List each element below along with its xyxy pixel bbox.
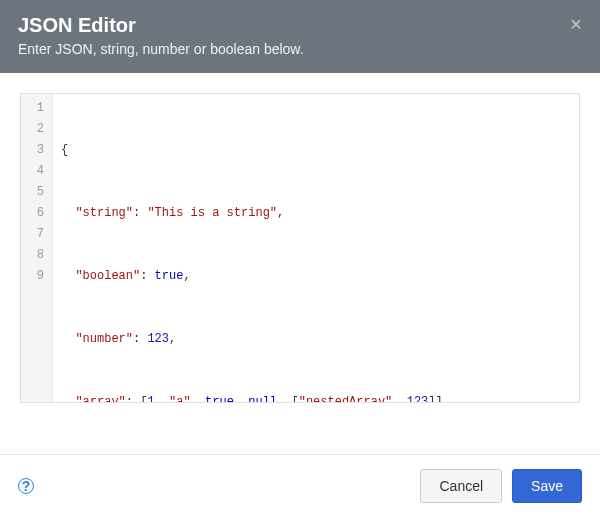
json-editor[interactable]: 1 2 3 4 5 6 7 8 9 { "string": "This is a… — [20, 93, 580, 403]
code-line: "string": "This is a string", — [61, 203, 571, 224]
line-number: 5 — [33, 182, 44, 203]
line-number: 4 — [33, 161, 44, 182]
line-number: 6 — [33, 203, 44, 224]
code-line: "boolean": true, — [61, 266, 571, 287]
line-number: 9 — [33, 266, 44, 287]
code-line: "array": [1, "a", true, null, ["nestedAr… — [61, 392, 571, 402]
dialog-title: JSON Editor — [18, 14, 582, 37]
dialog-body: 1 2 3 4 5 6 7 8 9 { "string": "This is a… — [0, 73, 600, 454]
line-number: 2 — [33, 119, 44, 140]
line-number: 3 — [33, 140, 44, 161]
code-line: { — [61, 140, 571, 161]
line-number-gutter: 1 2 3 4 5 6 7 8 9 — [21, 94, 53, 402]
help-icon[interactable]: ? — [18, 478, 34, 494]
save-button[interactable]: Save — [512, 469, 582, 503]
line-number: 7 — [33, 224, 44, 245]
line-number: 8 — [33, 245, 44, 266]
code-area[interactable]: { "string": "This is a string", "boolean… — [53, 94, 579, 402]
dialog-header: JSON Editor Enter JSON, string, number o… — [0, 0, 600, 73]
cancel-button[interactable]: Cancel — [420, 469, 502, 503]
dialog-footer: ? Cancel Save — [0, 454, 600, 517]
code-line: "number": 123, — [61, 329, 571, 350]
dialog-subtitle: Enter JSON, string, number or boolean be… — [18, 41, 582, 57]
close-button[interactable]: × — [566, 10, 586, 38]
line-number: 1 — [33, 98, 44, 119]
close-icon: × — [570, 13, 582, 35]
